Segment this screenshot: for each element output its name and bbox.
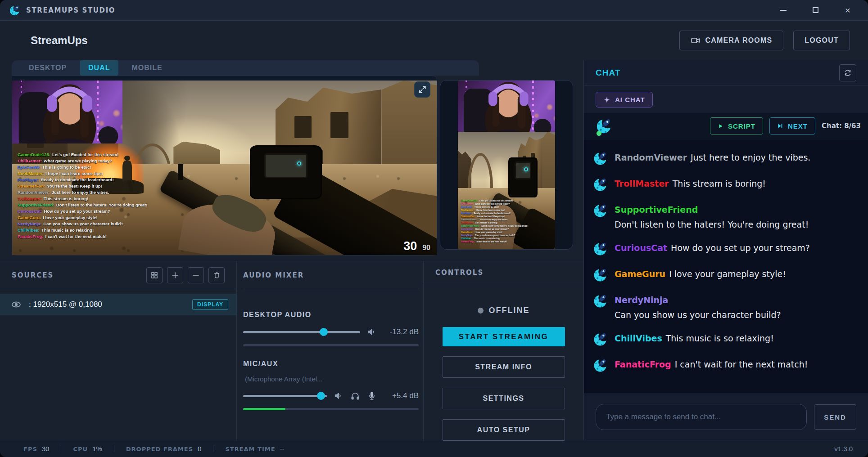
overlay-chat-text: How do you set up your stream? [44, 209, 110, 214]
chat-username: FanaticFrog [615, 359, 671, 369]
slider-thumb[interactable] [317, 392, 325, 400]
volume-slider[interactable] [243, 395, 327, 397]
overlay-chat-user: GameGuru: [18, 215, 41, 220]
delete-source-button[interactable] [208, 267, 225, 283]
overlay-chat-user: SupportiveFriend: [18, 202, 54, 207]
status-item: STREAM TIME -- [213, 445, 296, 453]
next-button[interactable]: NEXT [769, 117, 815, 134]
overlay-chat-line: ChillGamer:What game are we playing toda… [461, 203, 528, 205]
source-type-badge: DISPLAY [192, 299, 228, 310]
speaker-icon[interactable] [367, 327, 377, 337]
overlay-chat-line: CuriousCat:How do you set up your stream… [461, 228, 528, 230]
headphones-icon[interactable] [350, 391, 360, 401]
status-value: -- [280, 445, 285, 453]
app-window: STREAMUPS STUDIO × StreamUps CAMERA ROOM… [0, 0, 868, 457]
overlay-chat-text: Just here to enjoy the vibes. [479, 219, 508, 221]
chat-message-body: SupportiveFriendDon't listen to the hate… [615, 203, 809, 230]
window-controls: × [778, 5, 859, 15]
avatar [593, 177, 608, 192]
overlay-chat-line: SupportiveFriend:Don't listen to the hat… [461, 225, 528, 227]
avatar [593, 293, 608, 309]
chat-messages[interactable]: RandomViewerJust here to enjoy the vibes… [584, 140, 868, 394]
volume-slider[interactable] [243, 331, 360, 333]
status-label: FPS [23, 446, 37, 453]
start-streaming-button[interactable]: START STREAMING [443, 327, 565, 346]
header-actions: CAMERA ROOMS LOGOUT [679, 31, 850, 50]
overlay-chat-line: ChillGamer:What game are we playing toda… [18, 158, 147, 163]
volume-slider-row: -13.2 dB [243, 327, 419, 337]
overlay-chat-text: This is going to be epic! [42, 165, 91, 170]
chat-message: GameGuruI love your gameplay style! [584, 262, 868, 288]
ai-chat-row: AI CHAT [584, 85, 868, 113]
overlay-chat-user: FanaticFrog: [18, 234, 44, 239]
overlay-chat-line: CuriousCat:How do you set up your stream… [18, 209, 147, 214]
overlay-chat-user: ChillGamer: [461, 203, 473, 205]
overlay-chat-user: NerdyNinja: [461, 234, 473, 237]
streamer-person [458, 81, 555, 132]
minimize-button[interactable] [778, 5, 788, 15]
bottom-panels: SOURCES [0, 261, 583, 441]
layout-tab-desktop[interactable]: DESKTOP [21, 60, 75, 76]
refresh-chat-button[interactable] [839, 64, 856, 81]
speaker-icon[interactable] [334, 391, 344, 401]
overlay-chat-line: StreamerFan:You're the best! Keep it up! [461, 215, 528, 218]
mic-icon[interactable] [367, 391, 377, 401]
studio-column: DESKTOP DUAL MOBILE [0, 60, 583, 440]
trash-icon [213, 271, 221, 279]
overlay-chat-user: GamerDude123: [461, 200, 478, 202]
chat-message-text: Just here to enjoy the vibes. [691, 152, 810, 162]
layout-tabs: DESKTOP DUAL MOBILE [12, 60, 479, 76]
sources-toolbar [146, 267, 225, 283]
chat-username: CuriousCat [615, 243, 667, 253]
layout-tab-dual[interactable]: DUAL [80, 60, 118, 76]
control-button-settings[interactable]: SETTINGS [443, 388, 565, 409]
control-button-stream-info[interactable]: STREAM INFO [443, 356, 565, 378]
chat-message-input[interactable] [596, 404, 807, 430]
remove-source-button[interactable] [188, 267, 204, 283]
overlay-chat-text: I love your gameplay style! [475, 231, 502, 233]
overlay-chat-line: RandomViewer:Just here to enjoy the vibe… [461, 219, 528, 221]
chat-message-body: FanaticFrogI can't wait for the next mat… [615, 358, 808, 370]
slider-thumb[interactable] [320, 328, 328, 336]
plus-icon [171, 271, 179, 279]
add-source-button[interactable] [167, 267, 183, 283]
game-holo-sight [250, 145, 322, 199]
ai-chat-badge[interactable]: AI CHAT [596, 92, 653, 108]
webcam-scene [12, 81, 122, 143]
avatar [593, 332, 608, 347]
status-label: DROPPED FRAMES [126, 446, 193, 453]
overlay-chat-text: Can you show us your character build? [475, 234, 515, 237]
preview-canvas[interactable]: GamerDude123:Let's go! Excited for this … [12, 76, 437, 255]
channel-name: MIC/AUX [243, 360, 419, 368]
overlay-chat-line: NerdyNinja:Can you show us your characte… [18, 221, 147, 226]
logout-label: LOGOUT [805, 36, 839, 45]
chat-message: FanaticFrogI can't wait for the next mat… [584, 352, 868, 378]
mic-device-name: (Microphone Array (Intel... [245, 375, 419, 383]
status-value: 1% [92, 445, 102, 453]
mobile-preview-panel[interactable]: GamerDude123:Let's go! Excited for this … [440, 80, 573, 250]
minus-icon [192, 271, 200, 279]
chat-message-body: GameGuruI love your gameplay style! [615, 267, 786, 280]
send-button[interactable]: SEND [814, 404, 856, 430]
maximize-button[interactable] [810, 5, 820, 15]
source-row[interactable]: : 1920x515 @ 0,1080 DISPLAY [0, 294, 236, 315]
camera-rooms-button[interactable]: CAMERA ROOMS [679, 31, 783, 50]
overlay-chat-text: I can't wait for the next match! [45, 234, 107, 239]
skip-next-icon [777, 123, 783, 129]
eye-icon[interactable] [11, 299, 22, 310]
layout-tab-mobile[interactable]: MOBILE [124, 60, 171, 76]
control-button-auto-setup[interactable]: AUTO SETUP [443, 419, 565, 441]
avatar [593, 203, 608, 218]
overlay-chat-text: Can you show us your character build? [43, 221, 123, 226]
grid-layout-button[interactable] [146, 267, 163, 283]
logout-button[interactable]: LOGOUT [793, 31, 850, 50]
script-button[interactable]: SCRIPT [710, 117, 763, 134]
fullscreen-button[interactable] [414, 81, 430, 98]
overlay-chat-text: Let's go! Excited for this stream! [52, 152, 118, 157]
close-button[interactable]: × [843, 5, 853, 15]
chat-message: NerdyNinjaCan you show us your character… [584, 288, 868, 326]
overlay-chat-text: Ready to dominate the leaderboard! [41, 177, 114, 182]
desktop-audio-channel: DESKTOP AUDIO -13.2 dB [243, 311, 419, 346]
chat-username: ChillVibes [615, 333, 662, 343]
expand-icon [418, 85, 427, 94]
